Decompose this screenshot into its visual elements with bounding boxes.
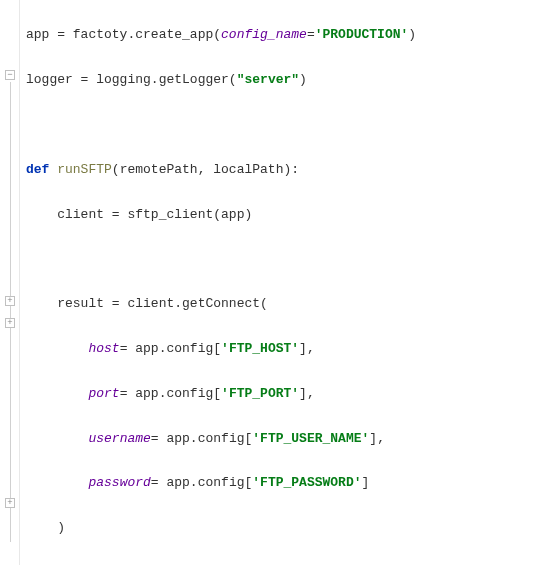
fold-expand-icon[interactable]: + [5, 296, 15, 306]
fold-expand-icon[interactable]: + [5, 318, 15, 328]
fold-expand-icon[interactable]: + [5, 498, 15, 508]
gutter: − + + + [0, 0, 20, 565]
code-area[interactable]: app = factoty.create_app(config_name='PR… [20, 0, 534, 565]
code-text: app [26, 27, 49, 42]
code-editor: − + + + app = factoty.create_app(config_… [0, 0, 534, 565]
fold-collapse-icon[interactable]: − [5, 70, 15, 80]
